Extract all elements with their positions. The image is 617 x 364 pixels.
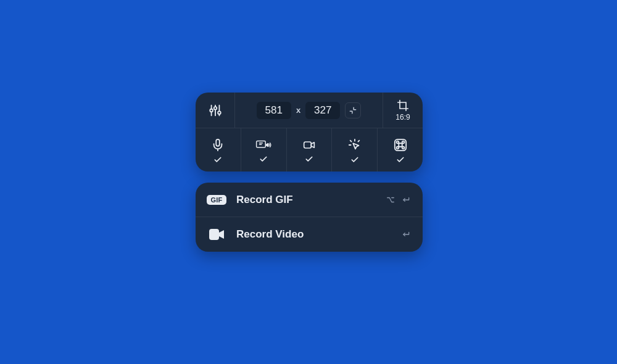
svg-point-7 — [218, 111, 221, 114]
svg-rect-12 — [304, 142, 312, 148]
aspect-ratio-label: 16:9 — [395, 113, 410, 122]
dimension-separator: x — [296, 105, 300, 115]
record-gif-label: Record GIF — [236, 194, 377, 206]
system-audio-icon — [255, 139, 271, 151]
fit-button[interactable] — [345, 102, 361, 118]
recording-settings-panel: 581 x 327 16:9 — [196, 93, 423, 172]
check-icon — [213, 155, 222, 164]
cursor-highlight-toggle[interactable] — [332, 128, 378, 172]
width-input[interactable]: 581 — [257, 102, 291, 119]
check-icon — [350, 155, 359, 164]
check-icon — [259, 155, 268, 163]
recording-actions-panel: GIF Record GIF Record Video — [196, 183, 423, 252]
return-key-icon — [400, 196, 412, 204]
check-icon — [305, 155, 313, 163]
microphone-toggle[interactable] — [196, 128, 241, 172]
record-video-label: Record Video — [236, 228, 392, 241]
microphone-icon — [211, 138, 225, 152]
tools-row — [196, 128, 423, 172]
svg-point-1 — [210, 109, 213, 112]
camera-icon — [302, 139, 317, 151]
crop-icon — [397, 99, 409, 112]
svg-line-16 — [358, 141, 359, 142]
svg-rect-18 — [209, 229, 219, 240]
cursor-click-icon — [348, 138, 362, 152]
height-input[interactable]: 327 — [305, 102, 340, 119]
collapse-icon — [349, 106, 357, 115]
top-row: 581 x 327 16:9 — [196, 93, 423, 128]
record-video-button[interactable]: Record Video — [196, 217, 423, 252]
command-icon — [394, 138, 407, 152]
dimensions-cell: 581 x 327 — [235, 93, 383, 128]
svg-line-13 — [350, 141, 351, 142]
sliders-icon — [209, 104, 222, 117]
camera-toggle[interactable] — [287, 128, 333, 172]
aspect-ratio-button[interactable]: 16:9 — [383, 93, 423, 128]
video-icon — [205, 229, 228, 240]
settings-button[interactable] — [196, 93, 235, 128]
check-icon — [396, 155, 405, 164]
keystrokes-toggle[interactable] — [378, 128, 423, 172]
gif-icon: GIF — [205, 195, 228, 205]
svg-point-4 — [213, 107, 217, 110]
return-key-icon — [400, 230, 412, 239]
video-shortcut — [400, 230, 412, 239]
gif-shortcut — [386, 196, 412, 204]
option-key-icon — [386, 196, 395, 204]
system-audio-toggle[interactable] — [241, 128, 287, 172]
svg-rect-9 — [217, 139, 220, 146]
record-gif-button[interactable]: GIF Record GIF — [196, 183, 423, 217]
